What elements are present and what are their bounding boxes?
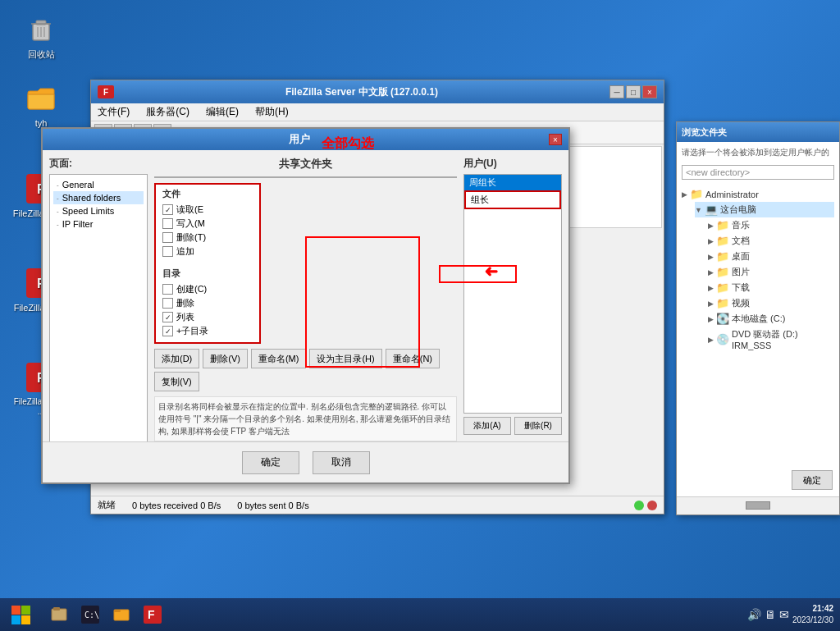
recycle-bin-label: 回收站	[28, 48, 55, 61]
checkbox-read[interactable]	[162, 204, 173, 215]
checkbox-dir-list[interactable]	[162, 312, 173, 322]
users-panel-label: 用户(U)	[463, 157, 562, 171]
user-item-1[interactable]: 组长	[464, 190, 561, 209]
status-text: 就绪	[98, 499, 116, 511]
checkbox-append[interactable]	[162, 246, 173, 257]
cancel-button[interactable]: 取消	[313, 451, 370, 474]
add-user-button[interactable]: 添加(A)	[463, 417, 511, 435]
svg-text:F: F	[148, 608, 155, 621]
description-text: 目录别名将同样会被显示在指定的位置中. 别名必须包含完整的逻辑路径. 你可以使用…	[154, 396, 457, 441]
menu-file[interactable]: 文件(F)	[94, 103, 133, 121]
minimize-button[interactable]: ─	[609, 85, 624, 98]
nav-ip-filter[interactable]: - IP Filter	[53, 217, 144, 231]
svg-rect-16	[52, 609, 66, 620]
perm-dir-list: 列表	[162, 311, 253, 323]
svg-rect-14	[11, 615, 21, 624]
rename2-button[interactable]: 重命名(N)	[386, 349, 440, 368]
new-directory-field: <new directory>	[682, 165, 834, 180]
led-green	[634, 501, 644, 510]
perm-write: 写入(M	[162, 217, 253, 230]
browser-title: 浏览文件夹	[682, 126, 727, 139]
checkbox-dir-delete[interactable]	[162, 298, 173, 309]
perm-delete: 删除(T)	[162, 231, 253, 244]
tree-admin[interactable]: ▶ 📁 Administrator	[682, 186, 834, 202]
tree-dvd-d[interactable]: ▶ 💿 DVD 驱动器 (D:) IRM_SSS	[708, 327, 834, 352]
tree-docs[interactable]: ▶ 📁 文档	[708, 233, 834, 249]
perm-dir-subdir: +子目录	[162, 325, 253, 337]
desktop: 回收站 tyh F FileZilla_3.4... F FileZilla_S…	[0, 0, 840, 631]
menu-help[interactable]: 帮助(H)	[252, 103, 292, 121]
taskbar-filezilla[interactable]: F	[138, 601, 167, 628]
menu-server[interactable]: 服务器(C)	[143, 103, 193, 121]
browser-description: 请选择一个将会被添加到选定用户帐户的	[682, 147, 834, 158]
delete-dir-button[interactable]: 删除(V)	[203, 349, 248, 368]
users-dialog: 用户 × 全部勾选 页面: - General - Shared folders	[41, 127, 570, 484]
user-action-buttons: 添加(A) 删除(R)	[463, 417, 562, 435]
svg-rect-15	[21, 615, 30, 624]
rename-dir-button[interactable]: 重命名(M)	[251, 349, 307, 368]
taskbar: C:\ F 🔊 🖥 ✉ 21:42 2023/12/30	[0, 598, 840, 631]
browser-ok-button[interactable]: 确定	[792, 470, 833, 490]
checkbox-dir-subdir[interactable]	[162, 326, 173, 336]
tree-pictures[interactable]: ▶ 📁 图片	[708, 264, 834, 280]
file-browser-window: 浏览文件夹 请选择一个将会被添加到选定用户帐户的 <new directory>…	[676, 121, 840, 515]
tree-this-computer[interactable]: ▼ 💻 这台电脑	[695, 202, 834, 217]
taskbar-items: C:\ F	[41, 601, 741, 628]
bottom-action-buttons: 添加(D) 删除(V) 重命名(M) 设为主目录(H) 重命名(N) 复制(V)	[154, 349, 457, 391]
nav-tree: - General - Shared folders - Speed Limit…	[49, 174, 148, 452]
middle-panel: 共享文件夹 Directories Aliases <new directory…	[154, 157, 457, 435]
checkbox-dir-create[interactable]	[162, 284, 173, 295]
users-dialog-close[interactable]: ×	[549, 134, 562, 145]
col-directories: Directories	[155, 177, 306, 178]
ok-button[interactable]: 确定	[242, 451, 299, 474]
perm-append: 追加	[162, 245, 253, 258]
bytes-sent: 0 bytes sent 0 B/s	[237, 501, 308, 510]
set-home-button[interactable]: 设为主目录(H)	[309, 349, 381, 368]
menu-edit[interactable]: 编辑(E)	[203, 103, 242, 121]
user-item-0[interactable]: 周组长	[464, 175, 561, 190]
users-dialog-title: 用户	[49, 132, 549, 147]
svg-rect-21	[114, 610, 121, 612]
tree-desktop[interactable]: ▶ 📁 桌面	[708, 249, 834, 264]
file-permissions-box: 文件 读取(E 写入(M 删除(T)	[154, 183, 261, 344]
tyh-folder-icon[interactable]: tyh	[12, 82, 70, 128]
tree-music[interactable]: ▶ 📁 音乐	[708, 217, 834, 233]
recycle-bin-icon[interactable]: 回收站	[12, 12, 70, 61]
svg-rect-12	[11, 606, 21, 615]
nav-general[interactable]: - General	[53, 178, 144, 191]
delete-user-button[interactable]: 删除(R)	[514, 417, 562, 435]
start-button[interactable]	[0, 598, 41, 631]
annotation-text: 全部勾选	[322, 135, 374, 153]
tyh-folder-image	[25, 82, 57, 115]
taskbar-explorer[interactable]	[107, 601, 136, 628]
led-red	[647, 501, 657, 510]
bytes-received: 0 bytes received 0 B/s	[132, 501, 221, 510]
perm-dir-create: 创建(C)	[162, 283, 253, 295]
add-dir-button[interactable]: 添加(D)	[154, 349, 199, 368]
tree-downloads[interactable]: ▶ 📁 下载	[708, 280, 834, 295]
copy-button[interactable]: 复制(V)	[154, 372, 199, 391]
svg-text:C:\: C:\	[84, 610, 99, 620]
nav-speed-limits[interactable]: - Speed Limits	[53, 204, 144, 217]
close-button[interactable]: ×	[642, 85, 657, 98]
tree-local-c[interactable]: ▶ 💽 本地磁盘 (C:)	[708, 311, 834, 327]
perm-dir-delete: 删除	[162, 297, 253, 309]
tree-content: ▼ 💻 这台电脑 ▶ 📁 音乐 ▶ 📁 文档	[682, 202, 834, 352]
checkbox-delete[interactable]	[162, 232, 173, 243]
tree-sub: ▶ 📁 音乐 ▶ 📁 文档 ▶ 📁 桌面 ▶	[695, 217, 834, 352]
svg-rect-13	[21, 606, 30, 615]
statusbar: 就绪 0 bytes received 0 B/s 0 bytes sent 0…	[91, 496, 664, 514]
browser-scrollbar[interactable]	[746, 501, 770, 510]
taskbar-files[interactable]	[44, 601, 74, 628]
nav-shared-folders[interactable]: - Shared folders	[53, 191, 144, 204]
main-window-title: FileZilla Server 中文版 (127.0.0.1)	[114, 85, 609, 99]
taskbar-cmd[interactable]: C:\	[75, 601, 105, 628]
browser-content: 请选择一个将会被添加到选定用户帐户的 <new directory> ▶ 📁 A…	[677, 142, 839, 357]
tree-videos[interactable]: ▶ 📁 视频	[708, 295, 834, 311]
checkbox-write[interactable]	[162, 218, 173, 229]
users-dialog-titlebar: 用户 ×	[43, 129, 568, 150]
taskbar-right: 🔊 🖥 ✉ 21:42 2023/12/30	[741, 603, 840, 626]
nav-panel: 页面: - General - Shared folders - Speed L…	[49, 157, 148, 435]
maximize-button[interactable]: □	[626, 85, 641, 98]
red-arrow-annotation: ➜	[484, 263, 498, 282]
